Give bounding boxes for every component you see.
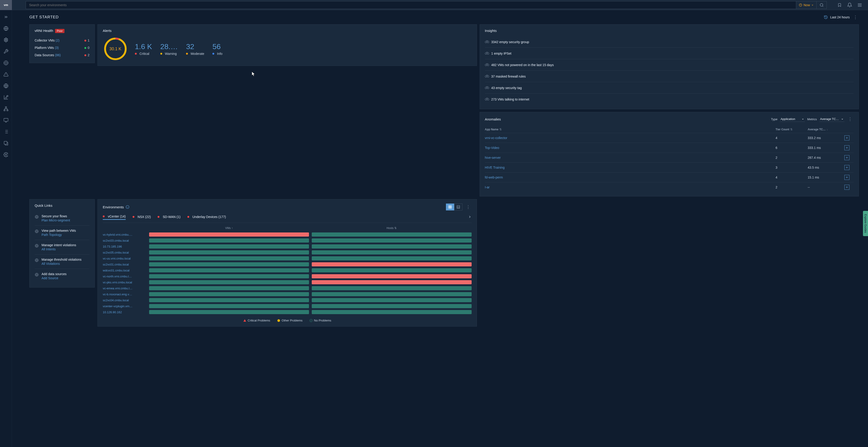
insight-item[interactable]: 273 VMs talking to internet: [485, 94, 854, 105]
sidebar-item-list[interactable]: [3, 128, 9, 135]
expand-button[interactable]: +: [844, 165, 849, 170]
host-bar[interactable]: [312, 256, 472, 261]
host-bar[interactable]: [312, 238, 472, 242]
sidebar-item-settings[interactable]: [3, 151, 9, 158]
quick-link[interactable]: All Intents: [41, 247, 76, 251]
anomaly-app-link[interactable]: hive-server: [485, 156, 774, 159]
sidebar-expand[interactable]: [3, 14, 9, 20]
vm-bar[interactable]: [149, 292, 309, 296]
vm-bar[interactable]: [149, 233, 309, 237]
search-input[interactable]: [26, 1, 796, 9]
expand-button[interactable]: +: [844, 185, 849, 190]
vm-bar[interactable]: [149, 244, 309, 248]
vm-bar[interactable]: [149, 304, 309, 308]
sidebar-item-network[interactable]: [3, 37, 9, 43]
vm-bar[interactable]: [149, 262, 309, 266]
health-row[interactable]: Data Sources (86)2: [35, 51, 89, 59]
time-range-selector[interactable]: Last 24 hours ⋮: [824, 15, 859, 20]
env-name-link[interactable]: sc2vc01.cmbu.local: [103, 263, 146, 266]
logo[interactable]: vm: [0, 0, 12, 10]
quick-link[interactable]: Plan Micro-segment: [41, 218, 70, 222]
sidebar-item-target[interactable]: [3, 60, 9, 66]
env-name-link[interactable]: vc-emea.vrni.cmbu.l…: [103, 287, 146, 290]
alert-stat[interactable]: 32Moderate: [186, 42, 204, 56]
vm-bar[interactable]: [149, 280, 309, 284]
host-bar[interactable]: [312, 280, 472, 284]
search-button[interactable]: [817, 1, 827, 9]
sidebar-item-tools[interactable]: [3, 48, 9, 55]
bell-icon[interactable]: [847, 2, 852, 8]
sidebar-item-analytics[interactable]: [3, 94, 9, 100]
explore-guides-tab[interactable]: Explore Guides: [863, 211, 868, 236]
sidebar-item-globe[interactable]: [3, 25, 9, 32]
quick-link[interactable]: Path Topology: [41, 233, 76, 237]
vm-bar[interactable]: [149, 298, 309, 302]
view-table-button[interactable]: [454, 204, 462, 210]
env-col-vms[interactable]: VMs ↑: [149, 227, 309, 230]
expand-button[interactable]: +: [844, 136, 849, 141]
env-name-link[interactable]: sc2vc05.cmbu.local: [103, 251, 146, 254]
anomalies-menu[interactable]: ⋮: [847, 117, 854, 122]
host-bar[interactable]: [312, 304, 472, 308]
vm-bar[interactable]: [149, 268, 309, 272]
host-bar[interactable]: [312, 298, 472, 302]
anomaly-app-link[interactable]: fd-web-perm: [485, 176, 774, 179]
alert-stat[interactable]: 56Info: [212, 42, 222, 56]
environments-menu[interactable]: ⋮: [465, 205, 472, 209]
host-bar[interactable]: [312, 244, 472, 248]
anomaly-app-link[interactable]: Top-Video: [485, 146, 774, 150]
env-name-link[interactable]: 10.73.185.196: [103, 245, 146, 248]
env-tab[interactable]: NSX (22): [132, 215, 151, 219]
insight-item[interactable]: 482 VMs not powered on in the last 15 da…: [485, 59, 854, 71]
env-name-link[interactable]: vc-north.vrni.cmbu.l…: [103, 275, 146, 278]
anomalies-metrics-dropdown[interactable]: Average TC…: [819, 116, 844, 122]
anom-col-appname[interactable]: App Name⇅: [485, 128, 774, 131]
env-name-link[interactable]: vc-b.nsxonaci.eng.v…: [103, 293, 146, 296]
alerts-donut-chart[interactable]: 30.1 K: [103, 36, 128, 61]
env-name-link[interactable]: vcenter-vcplugin.vrn…: [103, 304, 146, 308]
env-name-link[interactable]: vc-pks.vrni.cmbu.local: [103, 280, 146, 284]
env-name-link[interactable]: sc2vc04.cmbu.local: [103, 299, 146, 302]
env-tab[interactable]: SD-WAN (1): [158, 215, 180, 219]
expand-button[interactable]: +: [844, 155, 849, 160]
host-bar[interactable]: [312, 286, 472, 290]
host-bar[interactable]: [312, 250, 472, 255]
insight-item[interactable]: 43 empty security tag: [485, 82, 854, 94]
host-bar[interactable]: [312, 292, 472, 296]
host-bar[interactable]: [312, 310, 472, 314]
anomaly-app-link[interactable]: HIVE Training: [485, 166, 774, 169]
info-icon[interactable]: [126, 205, 129, 209]
env-name-link[interactable]: vc-us.vrni.cmbu.local: [103, 257, 146, 260]
host-bar[interactable]: [312, 268, 472, 272]
alert-stat[interactable]: 1.6 KCritical: [135, 42, 152, 56]
host-bar[interactable]: [312, 233, 472, 237]
health-row[interactable]: Platform VMs (3)0: [35, 44, 89, 51]
anomaly-app-link[interactable]: I-ar: [485, 185, 774, 189]
sidebar-item-database[interactable]: [3, 140, 9, 146]
anomalies-type-dropdown[interactable]: Application: [780, 116, 805, 122]
env-name-link[interactable]: wdcvc01.cmbu.local: [103, 269, 146, 272]
bookmark-icon[interactable]: [837, 2, 842, 8]
env-name-link[interactable]: 10.126.90.162: [103, 310, 146, 314]
tabs-scroll-right[interactable]: [468, 215, 472, 219]
sidebar-item-alert[interactable]: [3, 71, 9, 78]
anomaly-app-link[interactable]: vrni-vc-collector: [485, 136, 774, 140]
view-chart-button[interactable]: [446, 204, 454, 210]
env-col-hosts[interactable]: Hosts ⇅: [312, 227, 472, 230]
insight-item[interactable]: 1 empty IPSet: [485, 48, 854, 59]
hamburger-menu-icon[interactable]: [857, 2, 863, 8]
time-now-button[interactable]: Now: [796, 1, 817, 9]
quick-link[interactable]: All Violations: [41, 262, 82, 266]
alert-stat[interactable]: 28.…Warning: [160, 42, 178, 56]
host-bar[interactable]: [312, 262, 472, 266]
vm-bar[interactable]: [149, 274, 309, 278]
anom-col-avg[interactable]: Average TC…↓: [808, 128, 842, 131]
sidebar-item-monitor[interactable]: [3, 117, 9, 123]
time-range-menu[interactable]: ⋮: [852, 15, 859, 20]
expand-button[interactable]: +: [844, 175, 849, 180]
sidebar-item-web[interactable]: [3, 83, 9, 89]
insight-item[interactable]: 37 masked firewall rules: [485, 71, 854, 82]
env-tab[interactable]: Underlay Devices (177): [187, 215, 226, 219]
vm-bar[interactable]: [149, 310, 309, 314]
anom-col-tier[interactable]: Tier Count⇅: [776, 128, 805, 131]
